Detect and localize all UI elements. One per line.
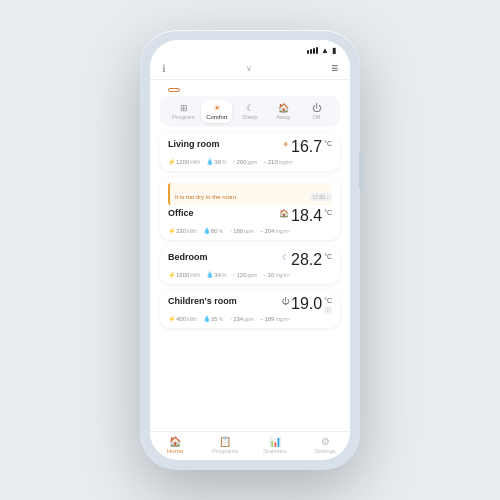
signal-icon <box>307 47 318 54</box>
status-bar: ▲ ▮ <box>150 40 350 57</box>
stat-unit-0: kWh <box>187 228 197 234</box>
stat-unit-2: ppm <box>244 316 254 322</box>
stat-item-0: ⚡ 230 kWh <box>168 227 197 234</box>
warning-banner: It is too dry in the room. <box>168 183 332 205</box>
stat-unit-0: kWh <box>190 272 200 278</box>
stat-unit-3: mg/m³ <box>275 228 289 234</box>
mode-label-3: Away <box>276 114 291 120</box>
room-card-living-room[interactable]: Living room ☀ 16.7 °C ⚡ 1200 kWh 💧 36 % … <box>160 133 340 171</box>
battery-icon: ▮ <box>332 46 336 55</box>
stat-value-3: 204 <box>264 228 274 234</box>
stat-icon-2: ↑ <box>233 272 236 278</box>
override-badge[interactable] <box>168 88 180 92</box>
bottom-nav: 🏠 Home 📋 Programs 📊 Statistics ⚙ Setting… <box>150 431 350 460</box>
menu-icon[interactable]: ≡ <box>331 61 338 75</box>
room-name: Living room <box>168 139 220 149</box>
temp-unit: °C <box>324 140 332 147</box>
stat-unit-2: ppm <box>248 159 258 165</box>
stat-item-2: ↑ 234 ppm <box>229 315 254 322</box>
stat-item-0: ⚡ 400 kWh <box>168 315 197 322</box>
room-card-bedroom[interactable]: Bedroom ☾ 28.2 °C ⚡ 1800 kWh 💧 34 % ↑ 12… <box>160 246 340 284</box>
stat-unit-3: mg/m³ <box>279 159 293 165</box>
mode-tab-program[interactable]: ⊞ Program <box>168 100 199 123</box>
phone-screen: ▲ ▮ ℹ ∨ ≡ ⊞ Program ☀ Comfo <box>150 40 350 460</box>
bottom-nav-label-2: Statistics <box>263 448 287 454</box>
temp-mode-icon: ⏻ <box>281 297 289 306</box>
mode-tab-away[interactable]: 🏠 Away <box>268 100 299 123</box>
stat-value-2: 234 <box>233 316 243 322</box>
warning-text: It is too dry in the room. <box>175 194 238 200</box>
stat-item-2: ↑ 120 ppm <box>233 271 258 278</box>
mode-tab-sleep[interactable]: ☾ Sleep <box>234 100 265 123</box>
stat-item-1: 💧 34 % <box>206 271 226 278</box>
bottom-nav-icon-1: 📋 <box>219 436 231 447</box>
bottom-nav-icon-0: 🏠 <box>169 436 181 447</box>
temp-unit: °C <box>324 209 332 216</box>
rooms-header <box>150 80 350 96</box>
mode-icon-4: ⏻ <box>312 103 321 113</box>
room-card-children's-room[interactable]: Children's room ⏻ 19.0 °C ↓ ⚡ 400 kWh 💧 … <box>160 290 340 328</box>
stat-value-1: 80 <box>211 228 218 234</box>
stat-icon-0: ⚡ <box>168 227 175 234</box>
stat-unit-1: % <box>219 228 223 234</box>
stat-item-2: ↑ 180 ppm <box>229 227 254 234</box>
mode-label-1: Comfort <box>206 114 227 120</box>
room-stats: ⚡ 230 kWh 💧 80 % ↑ 180 ppm ~ 204 mg/m³ <box>168 227 332 234</box>
mode-icon-2: ☾ <box>246 103 254 113</box>
temp-value: 18.4 <box>291 208 322 224</box>
stat-item-1: 💧 35 % <box>203 315 223 322</box>
stat-unit-1: % <box>222 159 226 165</box>
stat-item-3: ~ 189 mg/m³ <box>260 315 290 322</box>
stat-icon-3: ~ <box>263 159 267 165</box>
mode-tab-off[interactable]: ⏻ Off <box>301 100 332 123</box>
bottom-nav-label-0: Home <box>167 448 183 454</box>
chevron-down-icon: ∨ <box>246 64 252 73</box>
temp-value: 16.7 <box>291 139 322 155</box>
stat-icon-2: ↑ <box>233 159 236 165</box>
temp-mode-icon: ☾ <box>282 253 289 262</box>
stat-icon-0: ⚡ <box>168 315 175 322</box>
stat-icon-2: ↑ <box>229 228 232 234</box>
stat-unit-1: % <box>219 316 223 322</box>
bottom-nav-statistics[interactable]: 📊 Statistics <box>250 436 300 454</box>
stat-value-0: 230 <box>176 228 186 234</box>
stat-unit-2: ppm <box>248 272 258 278</box>
room-temp: ☀ 16.7 °C <box>282 139 332 155</box>
bottom-nav-label-3: Settings <box>314 448 336 454</box>
bottom-nav-programs[interactable]: 📋 Programs <box>200 436 250 454</box>
info-icon[interactable]: ℹ <box>162 63 166 74</box>
stat-icon-3: ~ <box>260 228 264 234</box>
mode-label-2: Sleep <box>242 114 257 120</box>
bottom-nav-home[interactable]: 🏠 Home <box>150 436 200 454</box>
status-icons: ▲ ▮ <box>307 46 336 55</box>
room-card-office[interactable]: It is too dry in the room. Office 🏠 18.4… <box>160 177 340 240</box>
room-card-header: Living room ☀ 16.7 °C <box>168 139 332 155</box>
stat-item-3: ~ 10 mg/m³ <box>263 271 289 278</box>
room-name: Office <box>168 208 194 218</box>
phone-wrapper: ▲ ▮ ℹ ∨ ≡ ⊞ Program ☀ Comfo <box>140 30 360 470</box>
stat-item-3: ~ 210 mg/m³ <box>263 158 293 165</box>
stat-item-2: ↑ 200 ppm <box>233 158 258 165</box>
house-title-group[interactable]: ∨ <box>244 64 252 73</box>
mode-label-0: Program <box>172 114 195 120</box>
stat-unit-1: % <box>222 272 226 278</box>
stat-icon-3: ~ <box>263 272 267 278</box>
stat-value-1: 35 <box>211 316 218 322</box>
stat-icon-0: ⚡ <box>168 271 175 278</box>
room-cards: Living room ☀ 16.7 °C ⚡ 1200 kWh 💧 36 % … <box>150 133 350 328</box>
mode-tab-comfort[interactable]: ☀ Comfort <box>201 100 232 123</box>
stat-value-0: 1200 <box>176 159 189 165</box>
stat-value-1: 36 <box>214 159 221 165</box>
stat-value-2: 200 <box>237 159 247 165</box>
wifi-icon: ▲ <box>321 46 329 55</box>
stat-unit-0: kWh <box>190 159 200 165</box>
stat-value-0: 1800 <box>176 272 189 278</box>
stat-item-3: ~ 204 mg/m³ <box>260 227 290 234</box>
stat-unit-0: kWh <box>187 316 197 322</box>
stat-value-2: 180 <box>233 228 243 234</box>
room-temp: ☾ 28.2 °C <box>282 252 332 268</box>
room-card-header: Bedroom ☾ 28.2 °C <box>168 252 332 268</box>
room-card-header: Children's room ⏻ 19.0 °C <box>168 296 332 312</box>
stat-unit-3: mg/m³ <box>275 316 289 322</box>
stat-item-1: 💧 36 % <box>206 158 226 165</box>
